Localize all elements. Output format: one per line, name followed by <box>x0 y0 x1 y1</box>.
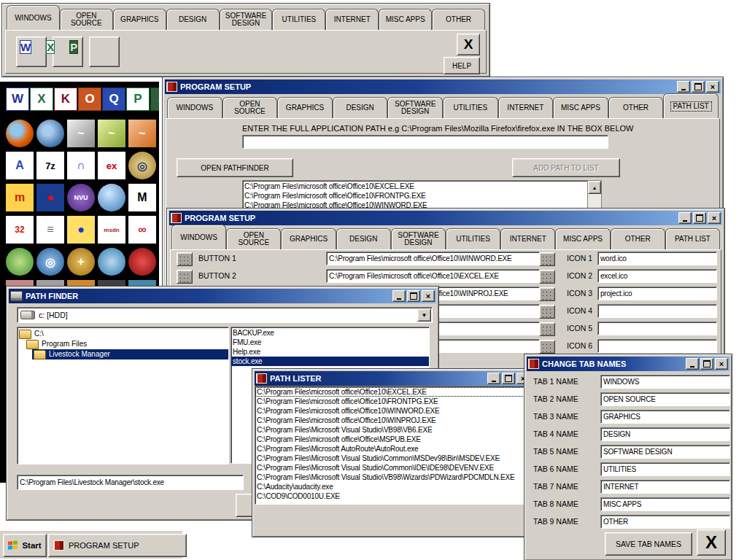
close-icon[interactable]: × <box>715 358 728 370</box>
gold-frame-icon[interactable]: + <box>67 248 95 276</box>
save-tab-names-button[interactable]: SAVE TAB NAMES <box>605 532 692 556</box>
globe-icon[interactable] <box>98 184 125 211</box>
file-item[interactable]: BACKUP.exe <box>231 328 429 338</box>
chevron-down-icon[interactable]: ▼ <box>417 308 431 322</box>
open-pathfinder-button[interactable]: OPEN PATHFINDER <box>177 158 293 177</box>
calendar-32-icon[interactable]: 32 <box>6 216 34 244</box>
file-item[interactable]: Help.exe <box>231 347 429 357</box>
abiword-icon[interactable]: A <box>6 152 34 179</box>
tab[interactable]: OPEN SOURCE <box>226 228 281 249</box>
titlebar[interactable]: CHANGE TAB NAMES × <box>527 357 729 371</box>
button-picker-icon[interactable] <box>177 270 193 284</box>
directory-item[interactable]: Program Files <box>25 339 228 349</box>
taskbar-item-program-setup[interactable]: PROGRAM SETUP <box>48 534 187 557</box>
project-icon[interactable]: P <box>69 40 78 54</box>
file-item[interactable]: FMU.exe <box>231 338 429 347</box>
directory-item[interactable]: Livestock Manager <box>32 349 228 359</box>
music-ex-icon[interactable]: ex <box>98 152 125 179</box>
tab[interactable]: INTERNET <box>500 228 555 249</box>
path-item[interactable]: C:\Program Files\microsoft office\Office… <box>255 435 530 444</box>
directory-list[interactable]: C:\ Program Files Livestock Manager <box>17 327 229 464</box>
path-item[interactable]: C:\Program Files\Microsoft Visual Studio… <box>255 425 530 435</box>
listed-paths[interactable]: C:\Program Files\microsoft office\Office… <box>255 386 531 505</box>
tab-name-input[interactable]: INTERNET <box>600 480 730 494</box>
tab[interactable]: SOFTWARE DESIGN <box>387 97 443 118</box>
tab[interactable]: WINDOWS <box>7 5 60 31</box>
tab[interactable]: WINDOWS <box>167 97 222 118</box>
tab-name-input[interactable]: SOFTWARE DESIGN <box>600 445 730 459</box>
tab[interactable]: PATH LIST <box>665 228 720 249</box>
blue-swirl-icon[interactable] <box>98 248 125 276</box>
minimize-button[interactable] <box>487 373 500 384</box>
minimize-button[interactable] <box>686 358 699 370</box>
help-button[interactable]: HELP <box>444 57 480 74</box>
paint-oval-icon[interactable]: ● <box>67 216 95 244</box>
news-page-icon[interactable]: ≡ <box>36 216 64 244</box>
path-item[interactable]: C:\Program Files\Microsoft Visual Studio… <box>255 454 530 463</box>
compass-icon[interactable]: ◎ <box>128 152 156 179</box>
titlebar[interactable]: PATH LISTER × <box>255 371 531 386</box>
selected-path-field[interactable]: C:\Program Files\Livestock Manager\stock… <box>17 475 244 490</box>
blue-office-icon[interactable]: Q <box>102 88 125 111</box>
tab[interactable]: PATH LIST <box>663 93 719 119</box>
tab[interactable]: OTHER <box>611 228 665 249</box>
tab[interactable]: GRAPHICS <box>277 97 333 118</box>
drive-dropdown[interactable]: c: [HDD] ▼ <box>17 307 433 323</box>
file-item[interactable]: stock.exe <box>231 357 429 366</box>
red-disc-icon[interactable] <box>128 248 156 276</box>
tab[interactable]: MISC APPS <box>379 9 432 30</box>
directory-item[interactable]: C:\ <box>18 329 228 339</box>
maximize-button[interactable] <box>700 358 713 370</box>
firefox-icon[interactable] <box>6 120 34 147</box>
path-item[interactable]: C:\Program Files\microsoft office\Office… <box>255 387 530 397</box>
tab-name-input[interactable]: OTHER <box>600 515 730 529</box>
tab-name-input[interactable]: UTILITIES <box>600 462 730 476</box>
icon-file-field[interactable] <box>597 304 717 318</box>
thunderbird-icon[interactable] <box>36 120 64 147</box>
tab[interactable]: WINDOWS <box>171 225 226 250</box>
add-path-to-list-button[interactable]: ADD PATH TO LIST <box>512 158 620 177</box>
tab-name-input[interactable]: OPEN SOURCE <box>600 392 730 406</box>
path-item[interactable]: C:\Program Files\microsoft office\Office… <box>255 406 530 416</box>
button-path-field[interactable]: C:\Program Files\microsoft office\Office… <box>326 252 540 265</box>
minimize-button[interactable] <box>678 212 692 224</box>
access-key-icon[interactable]: K <box>54 88 77 111</box>
tab[interactable]: DESIGN <box>336 228 391 249</box>
maximize-button[interactable] <box>502 373 515 384</box>
titlebar[interactable]: PROGRAM SETUP × <box>165 79 721 94</box>
outlook-icon[interactable]: O <box>78 88 101 111</box>
excel-icon[interactable]: X <box>46 40 55 54</box>
tab[interactable]: MISC APPS <box>555 228 610 249</box>
icon-picker-icon[interactable] <box>539 270 555 284</box>
tab-name-input[interactable]: DESIGN <box>600 427 730 441</box>
project-launch-button[interactable] <box>89 36 120 67</box>
tab[interactable]: OPEN SOURCE <box>60 9 113 30</box>
camera-icon[interactable]: ◎ <box>36 248 64 276</box>
tab[interactable]: OTHER <box>432 9 485 30</box>
icon-picker-icon[interactable] <box>539 340 555 354</box>
minimize-button[interactable] <box>677 81 690 93</box>
button-path-field[interactable]: C:\Program Files\microsoft office\Office… <box>326 269 540 283</box>
close-icon[interactable]: × <box>422 290 435 302</box>
icon-picker-icon[interactable] <box>539 322 555 336</box>
icon-file-field[interactable] <box>597 339 717 353</box>
path-item[interactable]: C:\Program Files\microsoft office\Office… <box>255 416 530 425</box>
tab[interactable]: DESIGN <box>166 9 220 30</box>
path-list-item[interactable]: C:\Program Files\microsoft office\Office… <box>243 182 587 191</box>
coreldraw-icon[interactable] <box>6 248 34 276</box>
icon-picker-icon[interactable] <box>539 252 555 266</box>
tab[interactable]: INTERNET <box>325 9 379 30</box>
button-picker-icon[interactable] <box>177 252 193 266</box>
tab[interactable]: GRAPHICS <box>281 228 336 249</box>
openoffice-calc-icon[interactable]: ~ <box>98 120 125 147</box>
maximize-button[interactable] <box>693 212 706 224</box>
path-list-item[interactable]: C:\Program Files\microsoft office\Office… <box>243 191 587 201</box>
clipped-office-icon[interactable]: J <box>150 88 159 111</box>
close-button[interactable]: X <box>457 34 480 55</box>
openoffice-impress-icon[interactable]: ~ <box>128 120 156 147</box>
maximize-button[interactable] <box>407 290 420 302</box>
tab[interactable]: UTILITIES <box>443 97 498 118</box>
excel-icon[interactable]: X <box>30 88 53 111</box>
close-icon[interactable]: × <box>706 81 719 93</box>
tab[interactable]: INTERNET <box>498 97 554 118</box>
